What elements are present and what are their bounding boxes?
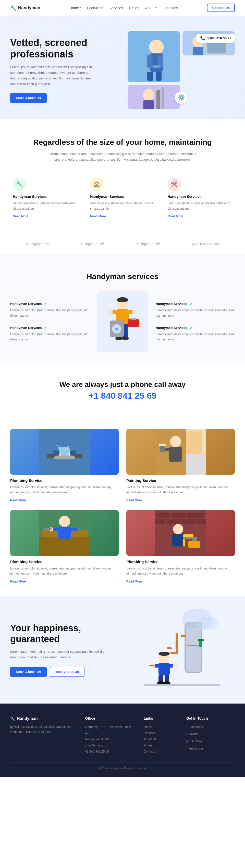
footer-link-services[interactable]: Services	[144, 730, 176, 736]
services-grid: 🔧 Handyman Services Sed ut perspiciatis …	[10, 175, 235, 221]
service-cards-grid: Plumbing Service Lorem ipsum dolor sit a…	[10, 429, 235, 584]
svg-rect-71	[155, 519, 165, 524]
logo-icon-1: ⊘	[26, 242, 29, 246]
service-card-body-1: Lorem ipsum dolor sit amet, consectetur …	[10, 485, 119, 495]
logos-bar: ⊘ logolpsum ✦ logolpsum° ▭ logolpsum° ◈ …	[0, 234, 245, 254]
footer-link-prices[interactable]: Prices	[144, 742, 176, 748]
footer-social-link-dribbble[interactable]: Dribbble	[190, 738, 202, 744]
service-thumb-4	[126, 510, 235, 556]
svg-point-50	[170, 436, 181, 447]
svg-rect-30	[131, 318, 136, 320]
footer-social-instagram: i Instagram	[186, 745, 235, 751]
footer-brand-name: 🔧 Handyman	[10, 716, 75, 721]
svg-rect-104	[144, 684, 220, 686]
footer-link-about[interactable]: About Us	[144, 736, 176, 742]
brand-logo[interactable]: 🔧 Handyman	[10, 5, 40, 11]
hero-heading: Vetted, screened professionals	[10, 37, 117, 60]
svg-point-19	[117, 297, 128, 302]
handyman-item-right-2: Handyman Services ✔ Lorem ipsum dolor am…	[156, 326, 235, 342]
svg-point-27	[115, 337, 123, 340]
hero-image-1	[128, 31, 180, 82]
service-title-2: Handyman Services	[90, 194, 155, 199]
dribbble-icon: d	[186, 739, 188, 744]
svg-point-98	[173, 663, 177, 668]
phone-icon: 📞	[200, 36, 205, 41]
service-card-readmore-4[interactable]: Read More	[126, 580, 142, 583]
phone-number: 1 800 458 56 97	[207, 36, 231, 40]
footer-social-link-instagram[interactable]: Instagram	[189, 745, 203, 751]
hero-cta-button[interactable]: More About Us	[10, 93, 47, 103]
service-card-readmore-1[interactable]: Read More	[10, 498, 26, 502]
service-card-body-2: Lorem ipsum dolor sit amet, consectetur …	[126, 485, 235, 495]
phone-heading: We are always just a phone call away	[10, 380, 235, 389]
svg-rect-51	[169, 447, 182, 462]
nav-services[interactable]: Services	[109, 6, 123, 10]
read-more-1[interactable]: Read More	[13, 215, 28, 218]
service-card-plumbing-2: Plumbing Service Lorem ipsum dolor sit a…	[10, 510, 119, 584]
svg-rect-81	[192, 539, 197, 541]
footer-link-home[interactable]: Home	[144, 724, 176, 730]
handyman-layout: Handyman Services ✔ Lorem ipsum dolor am…	[10, 291, 235, 352]
chevron-down-icon: ▾	[155, 6, 157, 9]
service-icon-2: 🏠	[90, 178, 103, 191]
logo-2: ✦ logolpsum°	[80, 242, 104, 246]
handyman-heading: Handyman services	[10, 272, 235, 281]
svg-rect-6	[156, 72, 162, 81]
nav-prices[interactable]: Prices	[129, 6, 139, 10]
read-more-3[interactable]: Read More	[168, 215, 183, 218]
service-thumb-2	[126, 429, 235, 475]
instagram-icon: i	[186, 746, 187, 751]
brand-icon: 🔧	[10, 5, 16, 11]
svg-rect-63	[70, 528, 77, 531]
handyman-item-header-4: Handyman Services ✔	[156, 326, 235, 330]
footer-office: Office Germany – 785 15th Street, Office…	[85, 716, 134, 755]
handyman-right: Handyman Services ✔ Lorem ipsum dolor am…	[156, 301, 235, 342]
svg-point-60	[59, 516, 70, 527]
service-card-plumbing-1: Plumbing Service Lorem ipsum dolor sit a…	[10, 429, 119, 502]
svg-rect-65	[44, 528, 52, 530]
svg-point-35	[115, 328, 118, 330]
service-card-1: 🔧 Handyman Services Sed ut perspiciatis …	[10, 175, 80, 221]
handyman-illustration	[97, 291, 148, 352]
footer-link-contacts[interactable]: Contacts	[144, 748, 176, 755]
service-title-3: Handyman Services	[168, 194, 232, 199]
service-card-readmore-2[interactable]: Read More	[126, 498, 142, 502]
hero-text: Vetted, screened professionals Lorem ips…	[10, 37, 117, 103]
service-card-painting: Painting Service Lorem ipsum dolor sit a…	[126, 429, 235, 502]
service-card-readmore-3[interactable]: Read More	[10, 580, 26, 583]
svg-point-40	[67, 445, 69, 448]
phone-section: We are always just a phone call away +1 …	[0, 365, 245, 416]
footer-social-link-twitter[interactable]: Twitter	[189, 731, 198, 737]
maintaining-section: Regardless of the size of your home, mai…	[0, 119, 245, 234]
nav-features[interactable]: Features ▾	[87, 6, 103, 10]
footer-social-link-facebook[interactable]: Facebook	[189, 724, 203, 730]
svg-rect-3	[147, 55, 152, 68]
service-card-title-4: Plumbing Service	[126, 559, 235, 564]
nav-locations[interactable]: Locations	[163, 6, 178, 10]
read-more-2[interactable]: Read More	[90, 215, 106, 218]
happiness-cta-primary[interactable]: More About Us	[10, 667, 47, 677]
footer-brand-icon: 🔧	[10, 716, 15, 721]
footer-brand-body: Ignissimos ducimus qui blanditiis prae s…	[10, 724, 75, 735]
footer-office-phone[interactable]: +1 840 841 25 69	[85, 748, 134, 755]
happiness-cta-secondary[interactable]: More About Us	[50, 667, 84, 677]
svg-rect-80	[188, 540, 200, 548]
nav-home[interactable]: Home ▾	[69, 6, 81, 10]
check-icon: ✔	[44, 326, 47, 330]
chevron-down-icon: ▾	[102, 6, 103, 9]
brand-name: Handyman	[18, 5, 40, 10]
service-card-plumbing-3: Plumbing Service Lorem ipsum dolor sit a…	[126, 510, 235, 584]
svg-rect-7	[152, 65, 160, 68]
handyman-svg	[105, 296, 140, 347]
nav-about[interactable]: About ▾	[145, 6, 157, 10]
contact-button[interactable]: Contact Us	[207, 4, 235, 12]
svg-rect-76	[172, 534, 184, 547]
footer-office-email[interactable]: info@email.com	[85, 742, 134, 748]
happiness-text: Your happiness, guaranteed Lorem ipsum d…	[10, 623, 116, 677]
hero-section: Vetted, screened professionals Lorem ips…	[0, 16, 245, 119]
footer-contact-label: Get In Touch	[186, 716, 235, 720]
happiness-heading: Your happiness, guaranteed	[10, 623, 116, 645]
service-title-1: Handyman Services	[13, 194, 77, 199]
maintaining-body: Lorem ipsum dolor sit amet, consectetur …	[46, 151, 199, 162]
svg-rect-15	[143, 100, 154, 109]
